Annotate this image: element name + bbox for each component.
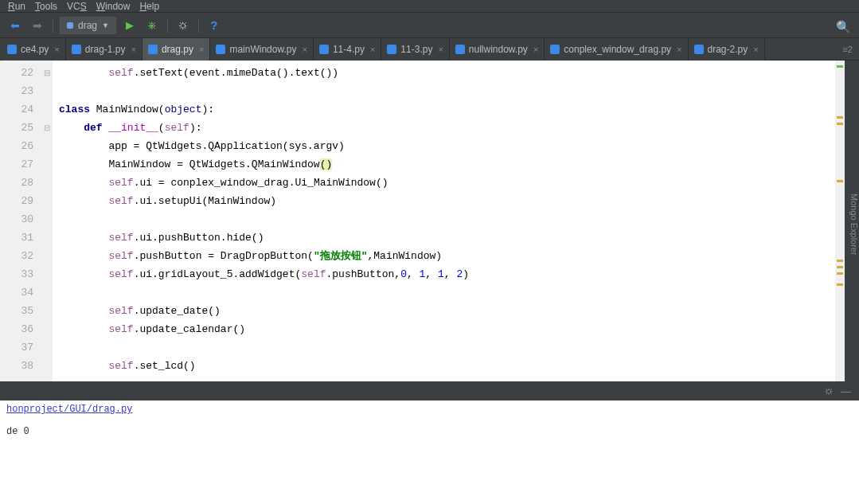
fold-toggle[interactable]: ⊟	[41, 64, 53, 82]
fold-toggle	[41, 210, 53, 229]
menu-help[interactable]: Help	[136, 1, 162, 12]
python-file-icon	[7, 45, 17, 54]
editor-tab[interactable]: 11-4.py×	[314, 38, 381, 61]
close-icon[interactable]: ×	[533, 45, 538, 54]
code-line[interactable]: def __init__(self):	[53, 119, 835, 137]
gear-icon[interactable]: ⛭	[824, 385, 834, 397]
code-line[interactable]: self.pushButton = DragDropButton("拖放按钮",…	[53, 247, 835, 265]
editor-tab[interactable]: conplex_window_drag.py×	[545, 38, 688, 61]
fold-toggle	[41, 302, 53, 320]
editor-tab[interactable]: drag.py×	[143, 38, 210, 61]
line-number: 29	[0, 192, 41, 210]
python-file-icon	[148, 45, 158, 54]
code-line[interactable]: self.ui.gridLayout_5.addWidget(self.push…	[53, 265, 835, 283]
code-line[interactable]: self.setText(event.mimeData().text())	[53, 64, 835, 82]
fold-toggle	[41, 247, 53, 265]
line-number: 25	[0, 119, 41, 137]
menu-tools[interactable]: Tools	[32, 1, 61, 12]
close-icon[interactable]: ×	[677, 45, 681, 54]
tab-label: drag-2.py	[708, 44, 748, 55]
fold-toggle	[41, 137, 53, 155]
editor-tab[interactable]: mainWindow.py×	[210, 38, 313, 61]
close-icon[interactable]: ×	[370, 45, 375, 54]
code-line[interactable]: self.ui.pushButton.hide()	[53, 229, 835, 247]
code-line[interactable]	[53, 283, 835, 302]
close-icon[interactable]: ×	[302, 45, 307, 54]
separator	[167, 18, 168, 33]
code-area[interactable]: self.setText(event.mimeData().text())cla…	[53, 61, 835, 381]
menu-window[interactable]: Window	[93, 1, 134, 12]
line-number: 35	[0, 302, 41, 320]
run-button[interactable]: ▶	[121, 17, 139, 34]
line-number: 37	[0, 338, 41, 357]
editor-tab[interactable]: 11-3.py×	[381, 38, 449, 61]
separator	[53, 18, 53, 33]
code-line[interactable]: MainWindow = QtWidgets.QMainWindow()	[53, 155, 835, 174]
fold-toggle	[41, 283, 53, 302]
warning-mark[interactable]	[837, 266, 843, 268]
warning-mark[interactable]	[837, 272, 843, 275]
tab-label: drag.py	[162, 44, 193, 55]
editor-tab[interactable]: ce4.py×	[2, 38, 66, 61]
search-everywhere-icon[interactable]: 🔍	[836, 20, 851, 34]
settings-run-button[interactable]: ⛭	[174, 17, 192, 34]
code-line[interactable]: self.set_lcd()	[53, 357, 835, 375]
nav-back-button[interactable]: ⬅	[6, 17, 24, 34]
code-line[interactable]: class MainWindow(object):	[53, 100, 835, 119]
python-file-icon	[455, 45, 465, 54]
chevron-down-icon: ▼	[102, 21, 109, 29]
code-line[interactable]	[53, 338, 835, 357]
code-line[interactable]	[53, 82, 835, 100]
code-line[interactable]: self.ui.setupUi(MainWindow)	[53, 192, 835, 210]
fold-toggle	[41, 82, 53, 100]
editor-tab[interactable]: drag-1.py×	[66, 38, 143, 61]
close-icon[interactable]: ×	[199, 45, 204, 54]
warning-mark[interactable]	[837, 180, 843, 182]
console-file-path[interactable]: honproject/GUI/drag.py	[6, 404, 132, 415]
run-config-dropdown[interactable]: drag ▼	[60, 17, 116, 34]
minimize-icon[interactable]: —	[841, 385, 851, 397]
line-number: 33	[0, 265, 41, 283]
code-line[interactable]: self.update_calendar()	[53, 320, 835, 338]
help-button[interactable]: ?	[205, 17, 223, 34]
fold-toggle	[41, 155, 53, 174]
mongo-explorer-tool[interactable]: Mongo Explorer	[845, 61, 859, 381]
fold-toggle	[41, 357, 53, 375]
line-number: 28	[0, 174, 41, 192]
code-line[interactable]: self.update_date()	[53, 302, 835, 320]
code-line[interactable]: app = QtWidgets.QApplication(sys.argv)	[53, 137, 835, 155]
warning-mark[interactable]	[837, 116, 843, 119]
editor-tab[interactable]: drag-2.py×	[689, 38, 765, 61]
close-icon[interactable]: ×	[753, 45, 758, 54]
warning-mark[interactable]	[837, 123, 843, 125]
editor-tab[interactable]: nullwindow.py×	[450, 38, 545, 61]
line-number: 26	[0, 137, 41, 155]
error-stripe[interactable]	[835, 61, 845, 381]
menu-run[interactable]: Run	[5, 1, 29, 12]
close-icon[interactable]: ×	[438, 45, 443, 54]
status-indicator	[837, 65, 843, 68]
warning-mark[interactable]	[837, 283, 843, 286]
code-line[interactable]	[53, 210, 835, 229]
warning-mark[interactable]	[837, 260, 843, 262]
menu-bar: Run Tools VCS Window Help	[0, 0, 859, 13]
tab-label: 11-3.py	[400, 44, 432, 55]
tab-label: mainWindow.py	[229, 44, 296, 55]
fold-gutter[interactable]: ⊟⊟	[41, 61, 53, 381]
line-number-gutter: 2223242526272829303132333435363738	[0, 61, 41, 381]
close-icon[interactable]: ×	[131, 45, 136, 54]
nav-forward-button[interactable]: ➡	[29, 17, 46, 34]
fold-toggle	[41, 338, 53, 357]
run-console[interactable]: honproject/GUI/drag.py de 0	[0, 400, 859, 504]
debug-button[interactable]: ⛯	[143, 17, 161, 34]
close-icon[interactable]: ×	[54, 45, 59, 54]
tab-overflow-indicator[interactable]: ≡2	[836, 45, 859, 54]
line-number: 23	[0, 82, 41, 100]
fold-toggle[interactable]: ⊟	[41, 119, 53, 137]
tab-label: drag-1.py	[85, 44, 126, 55]
menu-vcs[interactable]: VCS	[64, 1, 90, 12]
line-number: 32	[0, 247, 41, 265]
code-editor[interactable]: 2223242526272829303132333435363738 ⊟⊟ se…	[0, 61, 845, 381]
code-line[interactable]: self.ui = conplex_window_drag.Ui_MainWin…	[53, 174, 835, 192]
line-number: 34	[0, 283, 41, 302]
